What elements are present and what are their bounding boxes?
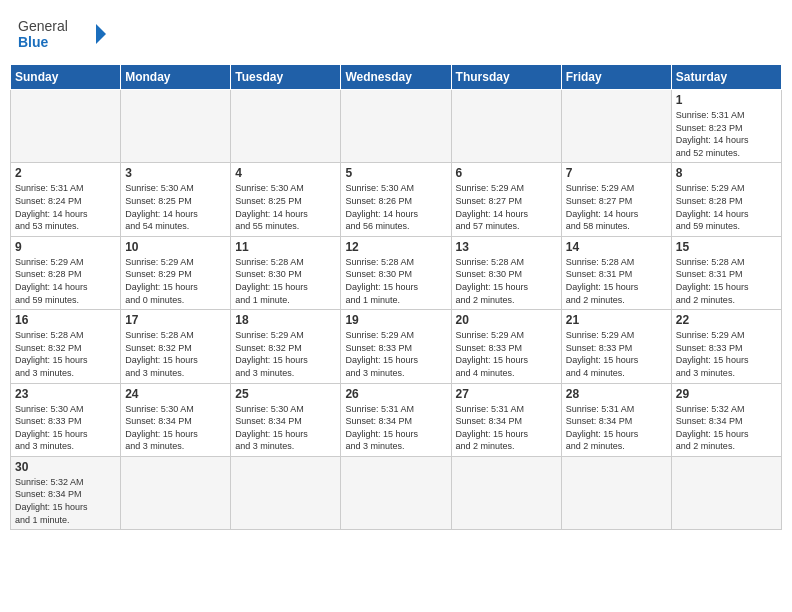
day-number: 4 [235, 166, 336, 180]
day-number: 29 [676, 387, 777, 401]
svg-marker-2 [96, 24, 106, 44]
cell-info: Sunrise: 5:29 AM Sunset: 8:33 PM Dayligh… [566, 329, 667, 379]
week-row-2: 9Sunrise: 5:29 AM Sunset: 8:28 PM Daylig… [11, 236, 782, 309]
day-number: 25 [235, 387, 336, 401]
calendar-cell: 6Sunrise: 5:29 AM Sunset: 8:27 PM Daylig… [451, 163, 561, 236]
day-number: 26 [345, 387, 446, 401]
week-row-5: 30Sunrise: 5:32 AM Sunset: 8:34 PM Dayli… [11, 456, 782, 529]
week-row-3: 16Sunrise: 5:28 AM Sunset: 8:32 PM Dayli… [11, 310, 782, 383]
calendar-cell [561, 456, 671, 529]
day-number: 23 [15, 387, 116, 401]
cell-info: Sunrise: 5:30 AM Sunset: 8:33 PM Dayligh… [15, 403, 116, 453]
cell-info: Sunrise: 5:29 AM Sunset: 8:27 PM Dayligh… [456, 182, 557, 232]
calendar-cell [11, 90, 121, 163]
day-number: 16 [15, 313, 116, 327]
cell-info: Sunrise: 5:28 AM Sunset: 8:31 PM Dayligh… [676, 256, 777, 306]
calendar-cell: 19Sunrise: 5:29 AM Sunset: 8:33 PM Dayli… [341, 310, 451, 383]
calendar-cell: 23Sunrise: 5:30 AM Sunset: 8:33 PM Dayli… [11, 383, 121, 456]
calendar-cell: 27Sunrise: 5:31 AM Sunset: 8:34 PM Dayli… [451, 383, 561, 456]
cell-info: Sunrise: 5:29 AM Sunset: 8:33 PM Dayligh… [456, 329, 557, 379]
calendar-cell: 22Sunrise: 5:29 AM Sunset: 8:33 PM Dayli… [671, 310, 781, 383]
calendar-cell: 10Sunrise: 5:29 AM Sunset: 8:29 PM Dayli… [121, 236, 231, 309]
cell-info: Sunrise: 5:29 AM Sunset: 8:33 PM Dayligh… [676, 329, 777, 379]
header-area: General Blue [10, 10, 782, 58]
cell-info: Sunrise: 5:28 AM Sunset: 8:32 PM Dayligh… [125, 329, 226, 379]
day-number: 3 [125, 166, 226, 180]
cell-info: Sunrise: 5:28 AM Sunset: 8:30 PM Dayligh… [345, 256, 446, 306]
day-number: 7 [566, 166, 667, 180]
calendar-cell [561, 90, 671, 163]
logo-svg: General Blue [18, 14, 108, 54]
cell-info: Sunrise: 5:31 AM Sunset: 8:34 PM Dayligh… [345, 403, 446, 453]
day-number: 15 [676, 240, 777, 254]
day-number: 21 [566, 313, 667, 327]
weekday-header-row: SundayMondayTuesdayWednesdayThursdayFrid… [11, 65, 782, 90]
calendar-cell [231, 456, 341, 529]
calendar-cell: 28Sunrise: 5:31 AM Sunset: 8:34 PM Dayli… [561, 383, 671, 456]
calendar-cell: 20Sunrise: 5:29 AM Sunset: 8:33 PM Dayli… [451, 310, 561, 383]
calendar-cell: 24Sunrise: 5:30 AM Sunset: 8:34 PM Dayli… [121, 383, 231, 456]
weekday-header-tuesday: Tuesday [231, 65, 341, 90]
day-number: 9 [15, 240, 116, 254]
day-number: 20 [456, 313, 557, 327]
cell-info: Sunrise: 5:30 AM Sunset: 8:34 PM Dayligh… [235, 403, 336, 453]
calendar-table: SundayMondayTuesdayWednesdayThursdayFrid… [10, 64, 782, 530]
calendar-cell: 18Sunrise: 5:29 AM Sunset: 8:32 PM Dayli… [231, 310, 341, 383]
calendar-cell: 29Sunrise: 5:32 AM Sunset: 8:34 PM Dayli… [671, 383, 781, 456]
cell-info: Sunrise: 5:29 AM Sunset: 8:27 PM Dayligh… [566, 182, 667, 232]
calendar-cell [121, 456, 231, 529]
week-row-1: 2Sunrise: 5:31 AM Sunset: 8:24 PM Daylig… [11, 163, 782, 236]
calendar-cell: 15Sunrise: 5:28 AM Sunset: 8:31 PM Dayli… [671, 236, 781, 309]
svg-text:General: General [18, 18, 68, 34]
calendar-cell: 2Sunrise: 5:31 AM Sunset: 8:24 PM Daylig… [11, 163, 121, 236]
cell-info: Sunrise: 5:32 AM Sunset: 8:34 PM Dayligh… [676, 403, 777, 453]
day-number: 22 [676, 313, 777, 327]
cell-info: Sunrise: 5:30 AM Sunset: 8:26 PM Dayligh… [345, 182, 446, 232]
weekday-header-sunday: Sunday [11, 65, 121, 90]
calendar-cell: 4Sunrise: 5:30 AM Sunset: 8:25 PM Daylig… [231, 163, 341, 236]
calendar-cell [671, 456, 781, 529]
weekday-header-saturday: Saturday [671, 65, 781, 90]
cell-info: Sunrise: 5:30 AM Sunset: 8:25 PM Dayligh… [235, 182, 336, 232]
cell-info: Sunrise: 5:29 AM Sunset: 8:33 PM Dayligh… [345, 329, 446, 379]
day-number: 13 [456, 240, 557, 254]
calendar-cell [451, 90, 561, 163]
calendar-cell: 14Sunrise: 5:28 AM Sunset: 8:31 PM Dayli… [561, 236, 671, 309]
calendar-cell: 17Sunrise: 5:28 AM Sunset: 8:32 PM Dayli… [121, 310, 231, 383]
calendar-cell: 16Sunrise: 5:28 AM Sunset: 8:32 PM Dayli… [11, 310, 121, 383]
cell-info: Sunrise: 5:31 AM Sunset: 8:24 PM Dayligh… [15, 182, 116, 232]
weekday-header-monday: Monday [121, 65, 231, 90]
cell-info: Sunrise: 5:28 AM Sunset: 8:31 PM Dayligh… [566, 256, 667, 306]
day-number: 14 [566, 240, 667, 254]
calendar-cell: 9Sunrise: 5:29 AM Sunset: 8:28 PM Daylig… [11, 236, 121, 309]
cell-info: Sunrise: 5:29 AM Sunset: 8:28 PM Dayligh… [676, 182, 777, 232]
cell-info: Sunrise: 5:28 AM Sunset: 8:32 PM Dayligh… [15, 329, 116, 379]
day-number: 27 [456, 387, 557, 401]
calendar-cell: 12Sunrise: 5:28 AM Sunset: 8:30 PM Dayli… [341, 236, 451, 309]
calendar-cell: 26Sunrise: 5:31 AM Sunset: 8:34 PM Dayli… [341, 383, 451, 456]
cell-info: Sunrise: 5:30 AM Sunset: 8:25 PM Dayligh… [125, 182, 226, 232]
cell-info: Sunrise: 5:31 AM Sunset: 8:23 PM Dayligh… [676, 109, 777, 159]
calendar-cell [451, 456, 561, 529]
day-number: 30 [15, 460, 116, 474]
cell-info: Sunrise: 5:29 AM Sunset: 8:29 PM Dayligh… [125, 256, 226, 306]
cell-info: Sunrise: 5:32 AM Sunset: 8:34 PM Dayligh… [15, 476, 116, 526]
weekday-header-thursday: Thursday [451, 65, 561, 90]
calendar-cell: 8Sunrise: 5:29 AM Sunset: 8:28 PM Daylig… [671, 163, 781, 236]
logo: General Blue [18, 14, 108, 54]
week-row-0: 1Sunrise: 5:31 AM Sunset: 8:23 PM Daylig… [11, 90, 782, 163]
calendar-cell [121, 90, 231, 163]
day-number: 18 [235, 313, 336, 327]
weekday-header-wednesday: Wednesday [341, 65, 451, 90]
calendar-cell: 21Sunrise: 5:29 AM Sunset: 8:33 PM Dayli… [561, 310, 671, 383]
day-number: 11 [235, 240, 336, 254]
week-row-4: 23Sunrise: 5:30 AM Sunset: 8:33 PM Dayli… [11, 383, 782, 456]
day-number: 28 [566, 387, 667, 401]
calendar-cell: 3Sunrise: 5:30 AM Sunset: 8:25 PM Daylig… [121, 163, 231, 236]
day-number: 10 [125, 240, 226, 254]
calendar-cell: 1Sunrise: 5:31 AM Sunset: 8:23 PM Daylig… [671, 90, 781, 163]
weekday-header-friday: Friday [561, 65, 671, 90]
calendar-cell [341, 456, 451, 529]
cell-info: Sunrise: 5:29 AM Sunset: 8:32 PM Dayligh… [235, 329, 336, 379]
day-number: 12 [345, 240, 446, 254]
